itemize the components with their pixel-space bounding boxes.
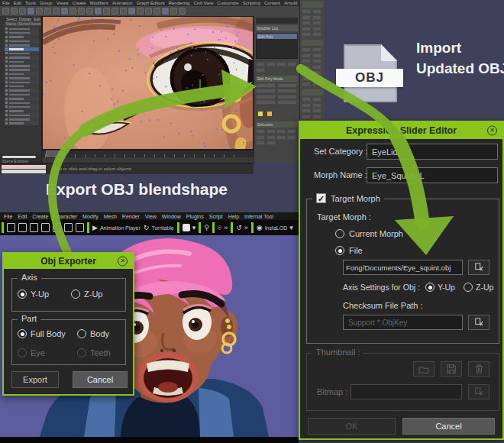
current-morph-radio[interactable] bbox=[335, 229, 344, 238]
rollout-button bbox=[312, 97, 321, 102]
rollout-button bbox=[312, 76, 321, 81]
menu-item[interactable]: Customize bbox=[217, 1, 238, 5]
max-toolbar bbox=[0, 6, 325, 16]
rollout-button bbox=[312, 59, 321, 63]
menu-item[interactable]: Civil View bbox=[193, 1, 213, 5]
timeline[interactable] bbox=[42, 150, 254, 157]
cancel-button[interactable]: Cancel bbox=[402, 418, 495, 435]
zoom-tool-button[interactable]: ⌾ » bbox=[218, 224, 228, 232]
menu-item[interactable]: Modify bbox=[82, 214, 99, 219]
rollout-button bbox=[312, 70, 321, 75]
menu-item[interactable]: Mesh bbox=[104, 214, 117, 219]
menu-item[interactable]: Content bbox=[264, 1, 280, 5]
timeline-tick bbox=[105, 154, 105, 157]
full-body-label: Full Body bbox=[31, 329, 66, 338]
menu-item[interactable]: Arnold bbox=[284, 1, 297, 5]
timeline-handle[interactable] bbox=[46, 150, 63, 157]
undo-button[interactable]: ↺ » bbox=[236, 224, 248, 231]
character-icon: ⚲ bbox=[204, 224, 209, 231]
stack-tool-icon bbox=[256, 62, 265, 66]
menu-item[interactable]: Edit bbox=[14, 1, 21, 5]
file-radio[interactable] bbox=[335, 246, 344, 255]
open-file-icon[interactable] bbox=[18, 223, 27, 232]
yup-radio[interactable] bbox=[18, 289, 27, 299]
maxscript-listener-row[interactable] bbox=[2, 170, 46, 173]
body-radio[interactable] bbox=[77, 329, 86, 338]
close-icon[interactable]: ✕ bbox=[487, 126, 497, 136]
modifier-stack[interactable]: Edit Poly bbox=[256, 33, 298, 59]
new-project-icon[interactable] bbox=[7, 223, 15, 232]
menu-item[interactable]: Help bbox=[228, 214, 239, 219]
rollout-edit-poly-mode[interactable]: Edit Poly Mode bbox=[256, 76, 298, 82]
export-button[interactable]: Export bbox=[11, 371, 59, 388]
turntable-button[interactable]: ↻ Turntable bbox=[144, 224, 174, 231]
part-legend: Part bbox=[18, 314, 40, 323]
expression-editor-titlebar[interactable]: Expression Slider Editor ✕ bbox=[300, 122, 502, 139]
menu-item[interactable]: Tools bbox=[25, 1, 36, 5]
target-morph-checkbox[interactable]: ✓ bbox=[316, 193, 326, 203]
merge-icon[interactable] bbox=[64, 223, 73, 232]
import-icon[interactable] bbox=[41, 223, 50, 232]
rollout-button bbox=[312, 9, 321, 14]
cage-swatch-orange[interactable] bbox=[267, 112, 272, 116]
toolbar-separator bbox=[231, 222, 233, 233]
menu-item[interactable]: File bbox=[2, 1, 10, 5]
menu-item[interactable]: Window bbox=[162, 214, 181, 219]
panel-button bbox=[277, 89, 297, 93]
animation-player-button[interactable]: ▶ Animation Player bbox=[92, 224, 141, 231]
menu-item[interactable]: Script bbox=[209, 214, 223, 219]
menu-item[interactable]: Character bbox=[53, 214, 77, 219]
checksum-input[interactable] bbox=[343, 315, 463, 330]
obj-zup-radio[interactable] bbox=[464, 283, 473, 292]
browse-checksum-button[interactable] bbox=[468, 315, 489, 330]
menu-item[interactable]: Graph Editors bbox=[137, 1, 165, 5]
menu-item[interactable]: Views bbox=[57, 1, 69, 5]
stack-item[interactable]: Edit Poly bbox=[257, 34, 297, 39]
character-tool-button[interactable]: ⚲ bbox=[204, 224, 209, 231]
panel-button bbox=[277, 100, 297, 105]
object-name-field[interactable] bbox=[256, 18, 298, 24]
menu-item[interactable]: Internal Tool bbox=[244, 214, 273, 219]
menu-item[interactable]: Scripting bbox=[243, 1, 260, 5]
set-category-input[interactable] bbox=[367, 144, 498, 160]
close-icon[interactable]: ✕ bbox=[118, 257, 128, 267]
morph-name-input[interactable] bbox=[367, 167, 498, 183]
menu-item[interactable]: Modifiers bbox=[90, 1, 108, 5]
menu-item[interactable]: Plugins bbox=[186, 214, 204, 219]
menu-item[interactable]: Rendering bbox=[169, 1, 190, 5]
export-icon[interactable] bbox=[53, 223, 61, 232]
substance-dropdown[interactable]: ▾ bbox=[183, 224, 196, 231]
explorer-slider[interactable] bbox=[2, 156, 36, 158]
menu-item[interactable]: Group bbox=[40, 1, 53, 5]
obj-yup-radio[interactable] bbox=[425, 283, 435, 292]
file-path-input[interactable] bbox=[343, 260, 463, 275]
max-viewport-eye-render[interactable] bbox=[42, 16, 254, 150]
rollout-selection[interactable]: Selection bbox=[256, 121, 298, 128]
rollout-button bbox=[302, 65, 311, 70]
modifier-list-dropdown[interactable]: Modifier List bbox=[256, 25, 298, 31]
scene-explorer-row[interactable] bbox=[5, 121, 39, 125]
maxscript-listener[interactable] bbox=[2, 165, 46, 169]
stack-tool-icon bbox=[276, 62, 286, 66]
menu-item[interactable]: View bbox=[145, 214, 157, 219]
toolbar-icon bbox=[44, 8, 51, 15]
pose-icon[interactable] bbox=[76, 223, 84, 232]
menu-item[interactable]: Animation bbox=[112, 1, 133, 5]
thumbnail-save-button bbox=[441, 361, 462, 377]
set-category-label: Set Category : bbox=[314, 147, 367, 156]
timeline-tick bbox=[85, 154, 86, 157]
instalod-dropdown[interactable]: ◉ InstaLOD ▾ bbox=[257, 224, 293, 231]
browse-file-button[interactable] bbox=[468, 260, 489, 275]
menu-item[interactable]: File bbox=[4, 214, 12, 219]
menu-item[interactable]: Create bbox=[73, 1, 86, 5]
cancel-button[interactable]: Cancel bbox=[73, 371, 128, 388]
menu-item[interactable]: Edit bbox=[18, 214, 27, 219]
obj-exporter-titlebar[interactable]: Obj Exporter ✕ bbox=[4, 254, 133, 269]
zup-radio[interactable] bbox=[71, 289, 80, 299]
menu-item[interactable]: Render bbox=[122, 214, 140, 219]
toolbar-icon bbox=[86, 8, 93, 15]
menu-item[interactable]: Create bbox=[32, 214, 48, 219]
save-file-icon[interactable] bbox=[30, 223, 38, 232]
full-body-radio[interactable] bbox=[18, 329, 27, 338]
cage-swatch-yellow[interactable] bbox=[258, 112, 263, 116]
